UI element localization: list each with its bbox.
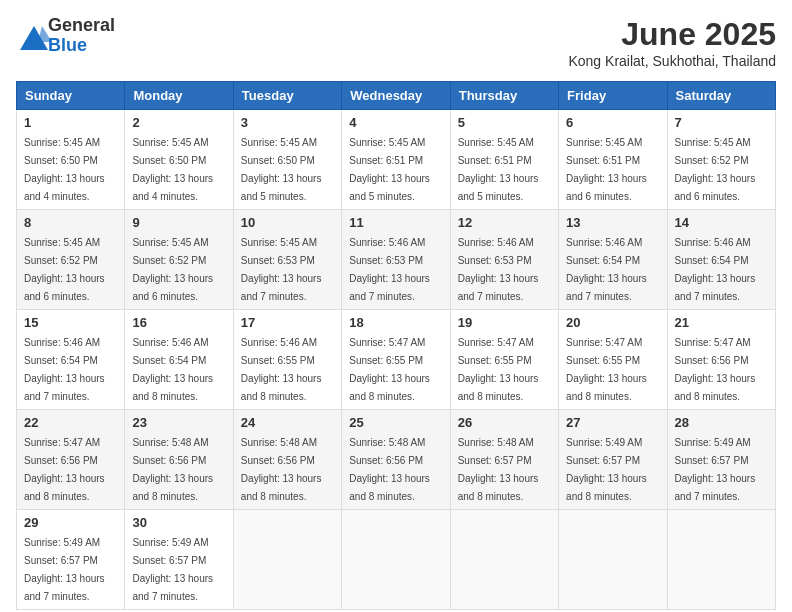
day-number: 10 (241, 215, 334, 230)
col-sunday: Sunday (17, 82, 125, 110)
table-row: 19 Sunrise: 5:47 AMSunset: 6:55 PMDaylig… (450, 310, 558, 410)
day-number: 9 (132, 215, 225, 230)
col-friday: Friday (559, 82, 667, 110)
calendar-header-row: Sunday Monday Tuesday Wednesday Thursday… (17, 82, 776, 110)
day-number: 28 (675, 415, 768, 430)
day-number: 26 (458, 415, 551, 430)
table-row: 10 Sunrise: 5:45 AMSunset: 6:53 PMDaylig… (233, 210, 341, 310)
table-row: 26 Sunrise: 5:48 AMSunset: 6:57 PMDaylig… (450, 410, 558, 510)
day-info: Sunrise: 5:45 AMSunset: 6:51 PMDaylight:… (349, 137, 430, 202)
table-row: 21 Sunrise: 5:47 AMSunset: 6:56 PMDaylig… (667, 310, 775, 410)
day-info: Sunrise: 5:46 AMSunset: 6:54 PMDaylight:… (566, 237, 647, 302)
day-number: 25 (349, 415, 442, 430)
table-row: 28 Sunrise: 5:49 AMSunset: 6:57 PMDaylig… (667, 410, 775, 510)
day-number: 21 (675, 315, 768, 330)
table-row: 24 Sunrise: 5:48 AMSunset: 6:56 PMDaylig… (233, 410, 341, 510)
day-number: 29 (24, 515, 117, 530)
day-info: Sunrise: 5:46 AMSunset: 6:54 PMDaylight:… (675, 237, 756, 302)
day-info: Sunrise: 5:49 AMSunset: 6:57 PMDaylight:… (24, 537, 105, 602)
table-row: 12 Sunrise: 5:46 AMSunset: 6:53 PMDaylig… (450, 210, 558, 310)
day-info: Sunrise: 5:45 AMSunset: 6:50 PMDaylight:… (132, 137, 213, 202)
day-number: 15 (24, 315, 117, 330)
day-info: Sunrise: 5:45 AMSunset: 6:51 PMDaylight:… (458, 137, 539, 202)
day-number: 3 (241, 115, 334, 130)
day-info: Sunrise: 5:49 AMSunset: 6:57 PMDaylight:… (132, 537, 213, 602)
logo-blue-text: Blue (48, 36, 115, 56)
header: General Blue June 2025 Kong Krailat, Suk… (16, 16, 776, 69)
table-row: 8 Sunrise: 5:45 AMSunset: 6:52 PMDayligh… (17, 210, 125, 310)
table-row: 14 Sunrise: 5:46 AMSunset: 6:54 PMDaylig… (667, 210, 775, 310)
calendar-week-2: 8 Sunrise: 5:45 AMSunset: 6:52 PMDayligh… (17, 210, 776, 310)
table-row: 16 Sunrise: 5:46 AMSunset: 6:54 PMDaylig… (125, 310, 233, 410)
table-row: 6 Sunrise: 5:45 AMSunset: 6:51 PMDayligh… (559, 110, 667, 210)
day-number: 2 (132, 115, 225, 130)
day-number: 19 (458, 315, 551, 330)
col-thursday: Thursday (450, 82, 558, 110)
day-number: 24 (241, 415, 334, 430)
day-info: Sunrise: 5:46 AMSunset: 6:53 PMDaylight:… (349, 237, 430, 302)
day-info: Sunrise: 5:49 AMSunset: 6:57 PMDaylight:… (675, 437, 756, 502)
day-info: Sunrise: 5:48 AMSunset: 6:56 PMDaylight:… (132, 437, 213, 502)
day-number: 14 (675, 215, 768, 230)
table-row: 1 Sunrise: 5:45 AMSunset: 6:50 PMDayligh… (17, 110, 125, 210)
table-row: 3 Sunrise: 5:45 AMSunset: 6:50 PMDayligh… (233, 110, 341, 210)
day-info: Sunrise: 5:47 AMSunset: 6:55 PMDaylight:… (566, 337, 647, 402)
table-row (559, 510, 667, 610)
day-info: Sunrise: 5:45 AMSunset: 6:52 PMDaylight:… (24, 237, 105, 302)
calendar-week-4: 22 Sunrise: 5:47 AMSunset: 6:56 PMDaylig… (17, 410, 776, 510)
table-row: 27 Sunrise: 5:49 AMSunset: 6:57 PMDaylig… (559, 410, 667, 510)
page-container: General Blue June 2025 Kong Krailat, Suk… (16, 16, 776, 610)
table-row: 29 Sunrise: 5:49 AMSunset: 6:57 PMDaylig… (17, 510, 125, 610)
table-row: 11 Sunrise: 5:46 AMSunset: 6:53 PMDaylig… (342, 210, 450, 310)
logo-icon (16, 22, 44, 50)
day-number: 23 (132, 415, 225, 430)
table-row: 18 Sunrise: 5:47 AMSunset: 6:55 PMDaylig… (342, 310, 450, 410)
day-info: Sunrise: 5:47 AMSunset: 6:55 PMDaylight:… (458, 337, 539, 402)
table-row: 2 Sunrise: 5:45 AMSunset: 6:50 PMDayligh… (125, 110, 233, 210)
day-info: Sunrise: 5:47 AMSunset: 6:56 PMDaylight:… (675, 337, 756, 402)
col-monday: Monday (125, 82, 233, 110)
col-saturday: Saturday (667, 82, 775, 110)
calendar-table: Sunday Monday Tuesday Wednesday Thursday… (16, 81, 776, 610)
table-row: 23 Sunrise: 5:48 AMSunset: 6:56 PMDaylig… (125, 410, 233, 510)
day-info: Sunrise: 5:47 AMSunset: 6:55 PMDaylight:… (349, 337, 430, 402)
day-info: Sunrise: 5:46 AMSunset: 6:54 PMDaylight:… (24, 337, 105, 402)
table-row: 22 Sunrise: 5:47 AMSunset: 6:56 PMDaylig… (17, 410, 125, 510)
logo: General Blue (16, 16, 115, 56)
day-number: 16 (132, 315, 225, 330)
day-number: 8 (24, 215, 117, 230)
day-number: 4 (349, 115, 442, 130)
day-number: 7 (675, 115, 768, 130)
calendar-week-5: 29 Sunrise: 5:49 AMSunset: 6:57 PMDaylig… (17, 510, 776, 610)
table-row: 5 Sunrise: 5:45 AMSunset: 6:51 PMDayligh… (450, 110, 558, 210)
table-row: 30 Sunrise: 5:49 AMSunset: 6:57 PMDaylig… (125, 510, 233, 610)
table-row: 20 Sunrise: 5:47 AMSunset: 6:55 PMDaylig… (559, 310, 667, 410)
table-row: 7 Sunrise: 5:45 AMSunset: 6:52 PMDayligh… (667, 110, 775, 210)
table-row: 15 Sunrise: 5:46 AMSunset: 6:54 PMDaylig… (17, 310, 125, 410)
day-number: 17 (241, 315, 334, 330)
day-info: Sunrise: 5:45 AMSunset: 6:53 PMDaylight:… (241, 237, 322, 302)
day-info: Sunrise: 5:48 AMSunset: 6:56 PMDaylight:… (349, 437, 430, 502)
day-info: Sunrise: 5:45 AMSunset: 6:52 PMDaylight:… (132, 237, 213, 302)
day-number: 18 (349, 315, 442, 330)
month-title: June 2025 (568, 16, 776, 53)
table-row (450, 510, 558, 610)
table-row: 17 Sunrise: 5:46 AMSunset: 6:55 PMDaylig… (233, 310, 341, 410)
day-number: 6 (566, 115, 659, 130)
day-info: Sunrise: 5:47 AMSunset: 6:56 PMDaylight:… (24, 437, 105, 502)
day-number: 5 (458, 115, 551, 130)
table-row (342, 510, 450, 610)
day-number: 20 (566, 315, 659, 330)
day-info: Sunrise: 5:45 AMSunset: 6:50 PMDaylight:… (241, 137, 322, 202)
location-title: Kong Krailat, Sukhothai, Thailand (568, 53, 776, 69)
logo-general-text: General (48, 16, 115, 36)
day-number: 13 (566, 215, 659, 230)
day-number: 27 (566, 415, 659, 430)
day-info: Sunrise: 5:45 AMSunset: 6:50 PMDaylight:… (24, 137, 105, 202)
day-info: Sunrise: 5:45 AMSunset: 6:51 PMDaylight:… (566, 137, 647, 202)
day-info: Sunrise: 5:46 AMSunset: 6:54 PMDaylight:… (132, 337, 213, 402)
day-info: Sunrise: 5:48 AMSunset: 6:57 PMDaylight:… (458, 437, 539, 502)
svg-marker-1 (38, 26, 52, 42)
day-number: 11 (349, 215, 442, 230)
day-info: Sunrise: 5:46 AMSunset: 6:53 PMDaylight:… (458, 237, 539, 302)
